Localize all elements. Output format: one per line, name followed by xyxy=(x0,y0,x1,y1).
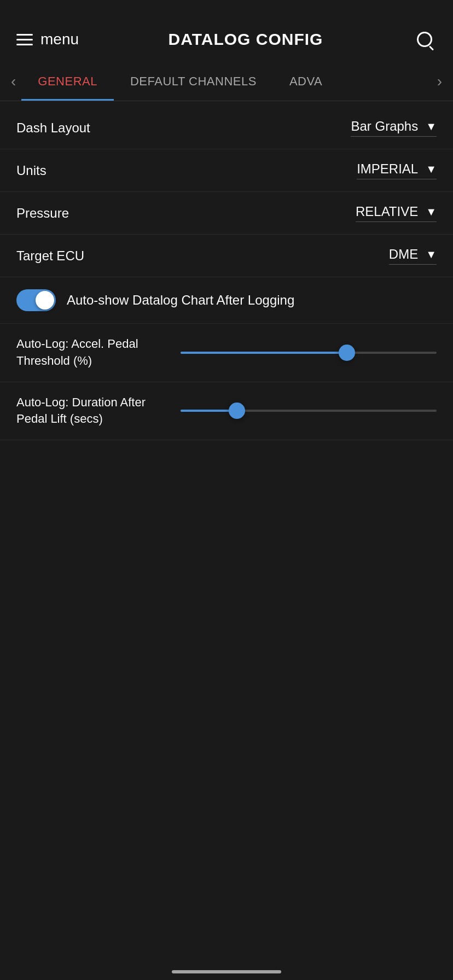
units-label: Units xyxy=(16,163,47,178)
tabs-right-arrow[interactable]: › xyxy=(432,67,448,96)
menu-label: menu xyxy=(40,31,79,48)
auto-show-toggle[interactable] xyxy=(16,289,56,311)
duration-after-pedal-row: Auto-Log: Duration After Pedal Lift (sec… xyxy=(0,382,453,441)
units-dropdown[interactable]: IMPERIAL ▼ xyxy=(357,161,437,179)
search-button[interactable] xyxy=(413,27,437,51)
accel-pedal-thumb[interactable] xyxy=(339,345,355,361)
dash-layout-row: Dash Layout Bar Graphs ▼ xyxy=(0,107,453,149)
tab-default-channels[interactable]: DEFAULT CHANNELS xyxy=(114,62,273,101)
search-icon xyxy=(417,32,432,47)
duration-after-pedal-label: Auto-Log: Duration After Pedal Lift (sec… xyxy=(16,394,170,428)
units-row: Units IMPERIAL ▼ xyxy=(0,149,453,192)
auto-show-label: Auto-show Datalog Chart After Logging xyxy=(67,293,294,308)
pressure-row: Pressure RELATIVE ▼ xyxy=(0,192,453,235)
hamburger-icon xyxy=(16,34,33,45)
accel-pedal-fill xyxy=(181,352,347,354)
accel-pedal-threshold-label: Auto-Log: Accel. Pedal Threshold (%) xyxy=(16,336,170,370)
dash-layout-value: Bar Graphs xyxy=(351,119,418,134)
page-title: DATALOG CONFIG xyxy=(169,30,323,49)
toggle-thumb xyxy=(36,291,54,310)
dash-layout-dropdown[interactable]: Bar Graphs ▼ xyxy=(351,119,437,137)
target-ecu-dropdown[interactable]: DME ▼ xyxy=(389,247,437,265)
target-ecu-row: Target ECU DME ▼ xyxy=(0,235,453,277)
accel-pedal-threshold-row: Auto-Log: Accel. Pedal Threshold (%) xyxy=(0,324,453,382)
duration-after-pedal-slider[interactable] xyxy=(181,410,437,412)
dash-layout-arrow-icon: ▼ xyxy=(426,120,437,133)
pressure-dropdown[interactable]: RELATIVE ▼ xyxy=(356,204,437,222)
menu-button[interactable]: menu xyxy=(16,31,79,48)
duration-after-thumb[interactable] xyxy=(229,402,245,419)
pressure-label: Pressure xyxy=(16,206,69,221)
pressure-value: RELATIVE xyxy=(356,204,418,219)
settings-section: Dash Layout Bar Graphs ▼ Units IMPERIAL … xyxy=(0,101,453,446)
units-arrow-icon: ▼ xyxy=(426,163,437,176)
target-ecu-label: Target ECU xyxy=(16,248,84,264)
units-value: IMPERIAL xyxy=(357,161,418,177)
app-header: menu DATALOG CONFIG xyxy=(0,0,453,62)
target-ecu-arrow-icon: ▼ xyxy=(426,248,437,261)
accel-pedal-threshold-slider[interactable] xyxy=(181,352,437,354)
tab-general[interactable]: GENERAL xyxy=(21,62,114,101)
auto-show-toggle-row: Auto-show Datalog Chart After Logging xyxy=(0,277,453,324)
tabs-left-arrow[interactable]: ‹ xyxy=(5,67,21,96)
tabs-scroll-area: GENERAL DEFAULT CHANNELS ADVA xyxy=(21,62,431,101)
pressure-arrow-icon: ▼ xyxy=(426,206,437,218)
tabs-bar: ‹ GENERAL DEFAULT CHANNELS ADVA › xyxy=(0,62,453,101)
home-indicator xyxy=(172,970,281,973)
tab-advanced[interactable]: ADVA xyxy=(273,62,339,101)
dash-layout-label: Dash Layout xyxy=(16,120,90,136)
target-ecu-value: DME xyxy=(389,247,418,262)
